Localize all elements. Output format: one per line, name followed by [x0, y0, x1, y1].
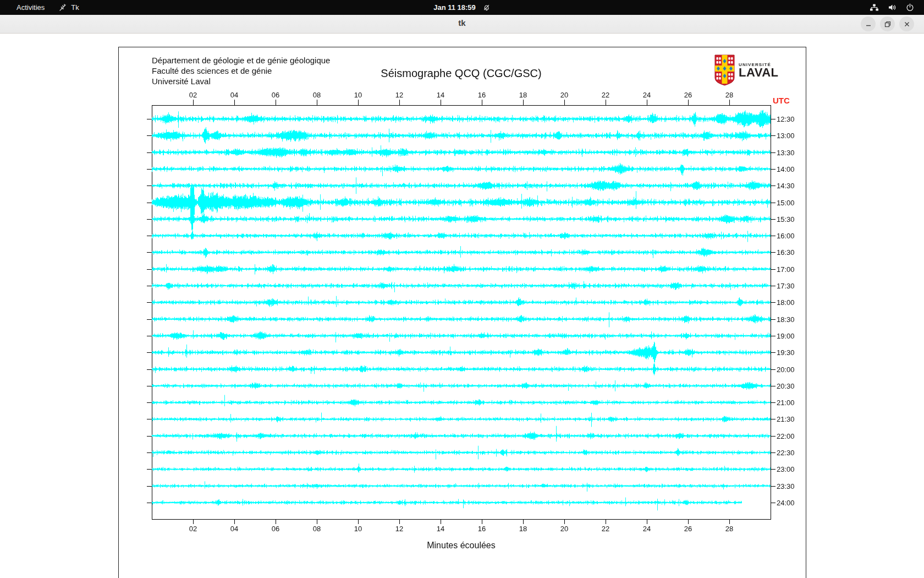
close-icon: [904, 21, 910, 28]
utc-time-label: 23:30: [777, 482, 795, 490]
volume-icon[interactable]: [888, 3, 897, 12]
x-tick-label-bottom: 10: [354, 525, 362, 533]
x-tick-label-bottom: 04: [230, 525, 238, 533]
x-tick-label-bottom: 12: [395, 525, 403, 533]
app-menu-label: Tk: [71, 3, 79, 12]
x-tick-label-top: 12: [395, 91, 403, 99]
utc-time-label: 19:00: [777, 331, 795, 340]
laval-shield-icon: [714, 54, 735, 86]
network-wired-icon[interactable]: [870, 3, 879, 12]
utc-time-label: 16:00: [777, 232, 795, 240]
x-tick-label-top: 22: [602, 91, 609, 99]
x-tick-label-top: 16: [478, 91, 486, 99]
x-tick-label-bottom: 22: [602, 525, 609, 533]
utc-time-label: 18:30: [777, 315, 795, 323]
x-tick-label-top: 28: [725, 91, 733, 99]
institution-line-1: Département de géologie et de génie géol…: [152, 55, 330, 66]
notifications-muted-icon: [482, 3, 491, 12]
screen: Activities Tk Jan 11 18:59: [0, 0, 924, 578]
x-tick-label-top: 14: [437, 91, 444, 99]
plot-title: Séismographe QCQ (CGC/GSC): [119, 67, 804, 80]
restore-button[interactable]: [880, 17, 895, 31]
utc-time-label: 20:00: [777, 365, 795, 373]
minimize-icon: [865, 21, 872, 28]
utc-time-label: 16:30: [777, 248, 795, 257]
utc-time-label: 13:00: [777, 132, 795, 140]
x-tick-label-top: 24: [643, 91, 651, 99]
restore-icon: [884, 21, 891, 28]
minimize-button[interactable]: [861, 17, 876, 31]
utc-time-label: 12:30: [777, 115, 795, 123]
laval-logo: UNIVERSITÉ LAVAL: [714, 54, 779, 86]
utc-time-label: 14:30: [777, 182, 795, 190]
utc-time-label: 17:00: [777, 265, 795, 273]
x-tick-label-top: 10: [354, 91, 362, 99]
utc-time-label: 20:30: [777, 381, 795, 390]
x-tick-label-bottom: 28: [725, 525, 733, 533]
utc-time-label: 22:30: [777, 449, 795, 457]
x-axis-title: Minutes écoulées: [119, 541, 804, 550]
top-bar: Activities Tk Jan 11 18:59: [0, 0, 924, 15]
x-tick-label-bottom: 24: [643, 525, 651, 533]
utc-time-label: 19:30: [777, 348, 795, 357]
utc-time-label: 24:00: [777, 498, 795, 506]
laval-logo-line2: LAVAL: [739, 67, 779, 78]
power-icon[interactable]: [906, 3, 914, 12]
x-tick-label-top: 18: [519, 91, 527, 99]
x-tick-label-bottom: 26: [684, 525, 692, 533]
x-tick-label-bottom: 20: [560, 525, 568, 533]
utc-time-label: 22:00: [777, 432, 795, 440]
laval-logo-text: UNIVERSITÉ LAVAL: [739, 62, 779, 78]
clock[interactable]: Jan 11 18:59: [433, 3, 491, 12]
window-title: tk: [0, 18, 924, 28]
x-tick-label-top: 20: [560, 91, 568, 99]
close-button[interactable]: [899, 17, 914, 31]
activities-button[interactable]: Activities: [16, 3, 45, 12]
window-titlebar: tk: [0, 15, 924, 34]
utc-time-label: 15:00: [777, 198, 795, 206]
utc-time-label: 17:30: [777, 282, 795, 290]
utc-label: UTC: [773, 96, 790, 105]
x-tick-label-bottom: 02: [189, 525, 197, 533]
x-tick-label-bottom: 18: [519, 525, 527, 533]
tk-feather-icon: [59, 3, 67, 12]
x-tick-label-bottom: 06: [272, 525, 279, 533]
utc-time-label: 18:00: [777, 298, 795, 307]
seismograph-window: Département de géologie et de génie géol…: [118, 47, 806, 578]
utc-time-label: 21:00: [777, 399, 795, 407]
x-tick-label-top: 26: [684, 91, 692, 99]
utc-time-label: 23:00: [777, 465, 795, 473]
utc-time-label: 14:00: [777, 165, 795, 173]
x-tick-label-bottom: 14: [437, 525, 444, 533]
utc-time-label: 15:30: [777, 215, 795, 223]
clock-label: Jan 11 18:59: [433, 3, 476, 12]
x-tick-label-bottom: 16: [478, 525, 486, 533]
x-tick-label-bottom: 08: [313, 525, 321, 533]
x-tick-label-top: 04: [230, 91, 238, 99]
x-tick-label-top: 02: [189, 91, 197, 99]
utc-time-label: 21:30: [777, 415, 795, 423]
app-menu[interactable]: Tk: [59, 3, 79, 12]
utc-time-label: 13:30: [777, 148, 795, 156]
x-tick-label-top: 08: [313, 91, 321, 99]
x-tick-label-top: 06: [272, 91, 279, 99]
seismogram-canvas: [119, 47, 805, 578]
